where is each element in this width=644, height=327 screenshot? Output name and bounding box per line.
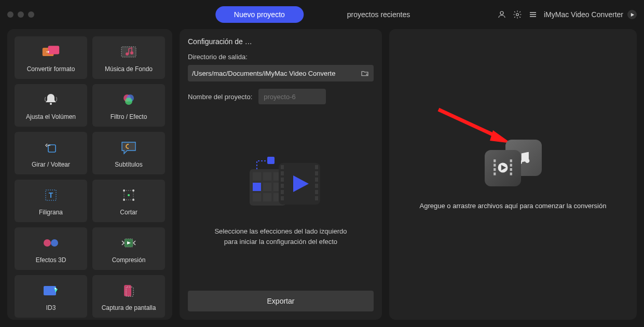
svg-line-59 bbox=[439, 110, 498, 137]
tool-convert-format[interactable]: Convertir formato bbox=[15, 36, 87, 79]
project-name-input[interactable] bbox=[258, 89, 326, 104]
svg-point-19 bbox=[123, 189, 125, 192]
sidebar-tools: Convertir formato Música de Fondo Ajusta… bbox=[7, 29, 172, 320]
svg-point-14 bbox=[125, 98, 132, 105]
volume-bell-icon bbox=[42, 90, 60, 109]
account-icon[interactable] bbox=[497, 10, 506, 19]
dropzone-hint-text: Agregue o arrastre archivos aquí para co… bbox=[420, 202, 607, 210]
svg-marker-5 bbox=[631, 12, 634, 16]
svg-rect-70 bbox=[510, 172, 512, 175]
svg-rect-40 bbox=[253, 193, 261, 201]
svg-rect-68 bbox=[510, 164, 512, 166]
svg-rect-46 bbox=[281, 165, 284, 169]
browse-folder-icon[interactable] bbox=[360, 69, 369, 78]
compression-icon bbox=[119, 234, 138, 252]
svg-point-25 bbox=[51, 239, 58, 247]
svg-point-21 bbox=[123, 199, 125, 201]
svg-rect-43 bbox=[253, 183, 261, 191]
header-tabs: Nuevo proyecto proyectos recientes bbox=[215, 6, 429, 23]
svg-point-24 bbox=[44, 239, 51, 247]
tool-screenshot[interactable]: Captura de pantalla bbox=[92, 275, 165, 318]
project-name-label: Nombre del proyecto: bbox=[188, 93, 252, 101]
effect-preview-icon bbox=[234, 154, 327, 216]
tool-rotate-flip[interactable]: Girar / Voltear bbox=[15, 132, 87, 174]
svg-rect-57 bbox=[315, 196, 318, 200]
tab-new-project[interactable]: Nuevo proyecto bbox=[215, 6, 304, 23]
svg-point-30 bbox=[55, 288, 57, 290]
svg-point-20 bbox=[132, 189, 134, 192]
svg-point-23 bbox=[128, 194, 130, 196]
menu-icon[interactable] bbox=[528, 10, 538, 19]
svg-rect-15 bbox=[48, 145, 56, 152]
tool-cut[interactable]: Cortar bbox=[92, 180, 165, 222]
tab-recent-projects[interactable]: proyectos recientes bbox=[328, 6, 429, 23]
svg-rect-66 bbox=[494, 172, 496, 175]
output-dir-label: Directorio de salida: bbox=[188, 53, 374, 61]
svg-rect-53 bbox=[315, 171, 318, 175]
app-name-label: iMyMac Video Converter bbox=[544, 10, 623, 19]
svg-rect-35 bbox=[263, 172, 271, 181]
svg-point-9 bbox=[126, 52, 129, 56]
minimize-window-icon[interactable] bbox=[18, 11, 24, 18]
cut-crop-icon bbox=[119, 186, 138, 205]
id3-tag-icon bbox=[42, 281, 60, 300]
3d-glasses-icon bbox=[42, 234, 60, 252]
svg-rect-52 bbox=[315, 165, 318, 169]
config-illustration: Seleccione las efecciones del lado izqui… bbox=[188, 110, 374, 291]
svg-rect-38 bbox=[263, 183, 271, 191]
svg-rect-64 bbox=[494, 164, 496, 166]
svg-point-22 bbox=[132, 199, 134, 201]
config-hint-text: Seleccione las efecciones del lado izqui… bbox=[214, 226, 347, 247]
gear-icon[interactable] bbox=[513, 10, 522, 19]
svg-rect-7 bbox=[48, 46, 60, 54]
tool-adjust-volume[interactable]: Ajusta el Volúmen bbox=[15, 84, 87, 127]
app-title: iMyMac Video Converter bbox=[544, 10, 637, 19]
maximize-window-icon[interactable] bbox=[28, 11, 34, 18]
subtitles-icon bbox=[119, 138, 138, 157]
dropzone-panel[interactable]: Agregue o arrastre archivos aquí para co… bbox=[389, 29, 637, 320]
svg-rect-67 bbox=[510, 159, 512, 162]
close-window-icon[interactable] bbox=[7, 11, 13, 18]
svg-rect-55 bbox=[315, 184, 318, 188]
export-button[interactable]: Exportar bbox=[188, 291, 374, 311]
music-icon bbox=[119, 43, 138, 61]
svg-rect-63 bbox=[494, 159, 496, 162]
filter-effect-icon bbox=[119, 90, 138, 109]
svg-rect-31 bbox=[124, 285, 131, 296]
svg-point-1 bbox=[516, 13, 519, 16]
output-dir-field[interactable]: /Users/mac/Documents/iMyMac Video Conver… bbox=[188, 65, 374, 81]
svg-rect-44 bbox=[267, 157, 275, 164]
watermark-icon: T bbox=[42, 186, 60, 205]
svg-rect-34 bbox=[253, 172, 261, 181]
output-dir-value: /Users/mac/Documents/iMyMac Video Conver… bbox=[192, 70, 357, 77]
tool-3d-effects[interactable]: Efectos 3D bbox=[15, 227, 87, 270]
svg-rect-49 bbox=[281, 184, 284, 188]
dropzone-icon bbox=[485, 140, 542, 186]
window-controls bbox=[7, 11, 34, 18]
svg-rect-69 bbox=[510, 168, 512, 171]
config-title: Configuración de … bbox=[188, 37, 374, 46]
svg-point-62 bbox=[525, 158, 529, 163]
svg-rect-50 bbox=[281, 190, 284, 194]
tool-filter-effect[interactable]: Filtro / Efecto bbox=[92, 84, 165, 127]
svg-point-10 bbox=[130, 51, 133, 55]
screenshot-icon bbox=[119, 281, 138, 300]
tool-id3[interactable]: ID3 bbox=[15, 275, 87, 318]
svg-rect-47 bbox=[281, 171, 284, 175]
config-panel: Configuración de … Directorio de salida:… bbox=[180, 29, 382, 320]
svg-rect-51 bbox=[281, 196, 284, 200]
titlebar: Nuevo proyecto proyectos recientes iMyMa… bbox=[0, 0, 644, 29]
tool-watermark[interactable]: T Filigrana bbox=[15, 180, 87, 222]
svg-rect-56 bbox=[315, 190, 318, 194]
tool-subtitles[interactable]: Subtítulos bbox=[92, 132, 165, 174]
svg-text:T: T bbox=[49, 191, 53, 199]
svg-point-11 bbox=[50, 103, 52, 105]
tool-background-music[interactable]: Música de Fondo bbox=[92, 36, 165, 79]
svg-rect-48 bbox=[281, 178, 284, 182]
svg-rect-54 bbox=[315, 178, 318, 182]
svg-point-0 bbox=[500, 11, 503, 15]
svg-rect-65 bbox=[494, 168, 496, 171]
tool-compression[interactable]: Compresión bbox=[92, 227, 165, 270]
convert-format-icon bbox=[42, 43, 60, 61]
svg-rect-41 bbox=[263, 193, 271, 201]
